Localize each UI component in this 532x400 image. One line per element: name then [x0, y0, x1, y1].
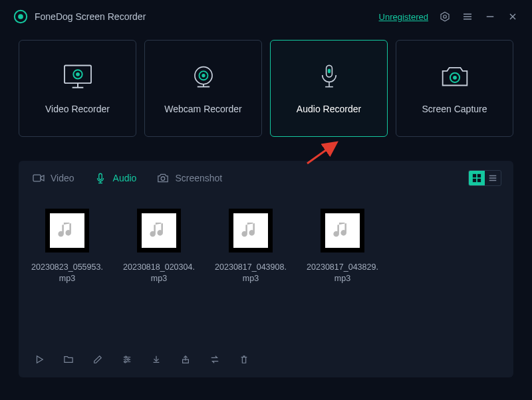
folder-icon[interactable]	[63, 353, 74, 365]
music-note-icon	[142, 213, 176, 248]
list-item[interactable]: 20230817_043829.mp3	[306, 209, 379, 342]
tab-label: Screenshot	[175, 173, 222, 183]
camera-icon	[438, 62, 471, 92]
svg-point-38	[125, 356, 127, 358]
app-logo-icon	[13, 9, 28, 24]
music-note-icon	[50, 213, 84, 248]
file-name: 20230823_055953.mp3	[31, 262, 104, 284]
grid-view-button[interactable]	[469, 171, 485, 185]
audio-thumbnail	[321, 209, 364, 252]
svg-point-1	[18, 14, 23, 19]
monitor-icon	[61, 62, 94, 92]
mode-label: Screen Capture	[422, 104, 487, 114]
titlebar-actions: Unregistered	[379, 11, 519, 23]
svg-point-12	[76, 72, 80, 76]
svg-point-17	[201, 74, 205, 77]
svg-point-3	[444, 15, 447, 19]
svg-point-42	[124, 361, 126, 363]
svg-rect-32	[473, 179, 476, 182]
file-name: 20230818_020304.mp3	[122, 262, 196, 284]
svg-point-29	[162, 177, 166, 181]
library-tab-row: Video Audio Screenshot	[19, 161, 513, 193]
file-name: 20230817_043829.mp3	[306, 262, 379, 284]
mode-label: Video Recorder	[45, 104, 110, 114]
mode-card-webcam-recorder[interactable]: Webcam Recorder	[144, 40, 262, 137]
list-item[interactable]: 20230817_043908.mp3	[214, 209, 287, 342]
convert-icon[interactable]	[209, 353, 221, 365]
svg-point-40	[127, 359, 129, 361]
video-icon	[32, 172, 45, 184]
audio-thumbnail	[229, 209, 273, 252]
view-toggle	[468, 170, 501, 186]
music-note-icon	[325, 213, 360, 248]
svg-rect-19	[327, 69, 330, 74]
settings-icon[interactable]	[439, 11, 451, 23]
microphone-icon	[94, 172, 108, 184]
svg-marker-2	[441, 12, 449, 21]
audio-thumbnail	[45, 209, 89, 252]
mode-card-screen-capture[interactable]: Screen Capture	[396, 40, 513, 137]
tab-audio[interactable]: Audio	[94, 172, 137, 184]
svg-rect-33	[477, 179, 481, 182]
titlebar: FoneDog Screen Recorder Unregistered	[0, 0, 532, 31]
svg-rect-30	[473, 174, 476, 177]
download-icon[interactable]	[150, 353, 162, 365]
svg-rect-25	[33, 175, 41, 181]
library-toolbar	[19, 347, 513, 371]
tab-screenshot[interactable]: Screenshot	[156, 172, 222, 184]
mode-card-audio-recorder[interactable]: Audio Recorder	[270, 40, 388, 137]
music-note-icon	[233, 213, 268, 248]
play-icon[interactable]	[33, 353, 45, 365]
trash-icon[interactable]	[238, 353, 250, 365]
menu-icon[interactable]	[462, 11, 473, 23]
audio-thumbnail	[137, 209, 181, 252]
mode-label: Webcam Recorder	[164, 104, 241, 114]
list-view-button[interactable]	[485, 171, 501, 185]
close-icon[interactable]	[507, 11, 519, 23]
library-panel: Video Audio Screenshot	[19, 161, 513, 377]
webcam-icon	[187, 62, 220, 92]
microphone-icon	[313, 62, 346, 92]
mode-card-video-recorder[interactable]: Video Recorder	[19, 40, 136, 137]
brand: FoneDog Screen Recorder	[13, 9, 146, 24]
tab-label: Audio	[113, 173, 137, 183]
app-title: FoneDog Screen Recorder	[35, 11, 146, 22]
svg-rect-31	[477, 174, 481, 177]
minimize-icon[interactable]	[484, 11, 496, 23]
edit-icon[interactable]	[92, 353, 104, 365]
file-name: 20230817_043908.mp3	[214, 262, 287, 284]
tab-video[interactable]: Video	[32, 172, 74, 184]
mode-label: Audio Recorder	[297, 104, 361, 114]
sliders-icon[interactable]	[121, 353, 133, 365]
unregistered-link[interactable]: Unregistered	[379, 12, 428, 22]
share-icon[interactable]	[180, 353, 192, 365]
library-grid: 20230823_055953.mp3 20230818_020304.mp3 …	[19, 193, 513, 347]
svg-rect-26	[98, 173, 102, 179]
tab-label: Video	[51, 173, 74, 183]
list-item[interactable]: 20230818_020304.mp3	[122, 209, 196, 342]
mode-card-row: Video Recorder Webcam Recorder Audio Rec	[0, 31, 532, 137]
svg-point-23	[453, 76, 457, 80]
camera-icon	[156, 172, 170, 184]
list-item[interactable]: 20230823_055953.mp3	[31, 209, 104, 342]
